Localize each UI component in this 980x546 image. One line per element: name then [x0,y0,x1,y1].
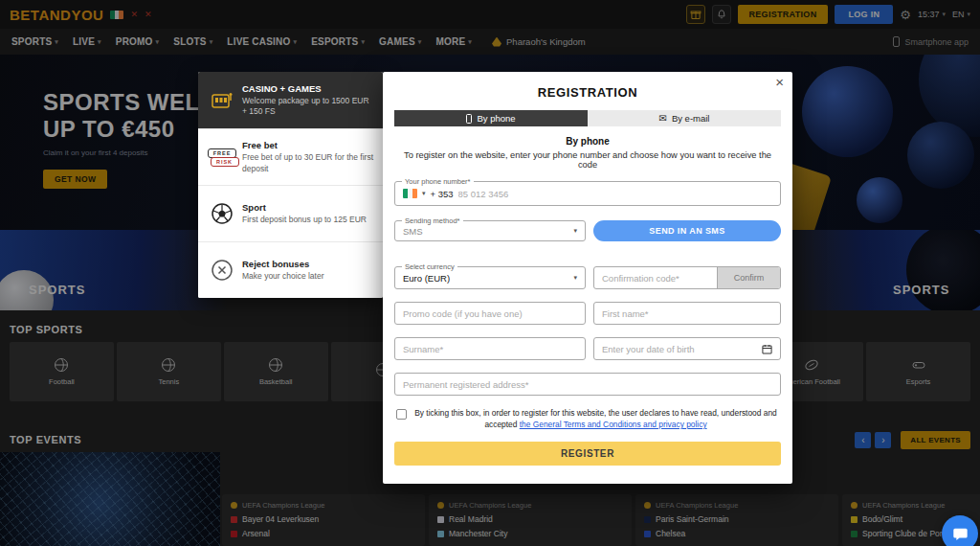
live-chat-button[interactable] [942,515,978,546]
bonus-texts: Sport First deposit bonus up to 125 EUR [242,202,375,225]
surname-input[interactable] [403,338,577,359]
country-code: + 353 [431,189,454,199]
bonus-option-free-bet[interactable]: FREE RISK Free bet Free bet of up to 30 … [198,128,383,185]
calendar-icon[interactable] [762,344,772,354]
registration-tabs: By phone ✉ By e-mail [394,110,781,126]
bonus-description: First deposit bonus up to 125 EUR [242,215,375,225]
modal-title: REGISTRATION [394,85,781,100]
bonus-description: Free bet of up to 30 EUR for the first d… [242,152,375,173]
address-input[interactable] [403,374,772,395]
bonus-option-casino-games[interactable]: CASINO + GAMES Welcome package up to 150… [198,72,383,128]
promo-code-input[interactable] [403,303,577,324]
country-flag-icon[interactable] [403,189,417,198]
bonus-description: Make your choice later [242,271,375,282]
sending-method-select[interactable]: Sending method* SMS ▾ [394,220,586,241]
bonus-description: Welcome package up to 1500 EUR + 150 FS [242,96,375,117]
currency-label: Select currency [402,262,457,271]
sending-method-label: Sending method* [402,216,463,225]
sending-method-value: SMS [403,226,573,237]
bonus-title: Free bet [242,140,375,150]
bonus-option-sport[interactable]: Sport First deposit bonus up to 125 EUR [198,185,383,241]
bonus-option-reject[interactable]: Reject bonuses Make your choice later [198,241,383,298]
sending-method-row: Sending method* SMS ▾ SEND IN AN SMS [394,220,781,241]
surname-field [394,337,586,360]
tab-by-phone[interactable]: By phone [394,110,588,126]
promo-firstname-row [394,302,781,325]
bonus-selection-panel: CASINO + GAMES Welcome package up to 150… [198,72,383,298]
slot-machine-icon [202,88,242,113]
bonus-title: Sport [242,202,375,213]
registration-modal: × REGISTRATION By phone ✉ By e-mail By p… [383,72,792,484]
tab-by-email[interactable]: ✉ By e-mail [588,110,781,126]
confirm-button[interactable]: Confirm [717,267,780,288]
chevron-down-icon: ▾ [573,274,577,282]
bonus-texts: Reject bonuses Make your choice later [242,259,375,282]
address-field [394,373,781,396]
phone-number-label: Your phone number* [402,177,474,186]
phone-icon [466,114,472,124]
page: BETANDYOU ✕ ✕ REGISTRATION LOG IN ⚙ 15:3… [0,0,980,546]
by-phone-heading: By phone [394,136,781,147]
chat-bubble-icon [952,526,969,542]
envelope-icon: ✉ [659,114,667,124]
free-bet-icon: FREE RISK [202,148,242,167]
confirmation-code-input[interactable] [594,267,717,288]
terms-row: By ticking this box, in order to registe… [394,407,781,430]
date-of-birth-field [593,337,781,360]
reject-cross-icon [202,258,242,283]
first-name-input[interactable] [602,303,772,324]
bonus-texts: Free bet Free bet of up to 30 EUR for th… [242,140,375,173]
surname-dob-row [394,337,781,360]
close-icon[interactable]: × [775,75,784,89]
terms-text: By ticking this box, in order to registe… [412,407,779,430]
promo-code-field [394,302,586,325]
bonus-title: Reject bonuses [242,259,375,269]
register-button[interactable]: REGISTER [394,442,781,466]
phone-number-input[interactable] [458,182,772,205]
currency-confirmation-row: Select currency Euro (EUR) ▾ Confirm [394,266,781,289]
phone-number-field[interactable]: Your phone number* ▾ + 353 [394,181,781,206]
send-sms-button[interactable]: SEND IN AN SMS [593,220,781,241]
tab-label: By e-mail [672,113,710,124]
soccer-ball-icon [202,201,242,226]
registration-description: To register on the website, enter your p… [394,150,781,170]
chevron-down-icon[interactable]: ▾ [422,190,426,197]
first-name-field [593,302,781,325]
bonus-title: CASINO + GAMES [242,83,375,94]
risk-note: RISK [211,157,239,167]
currency-select[interactable]: Select currency Euro (EUR) ▾ [394,266,586,289]
terms-link[interactable]: the General Terms and Conditions and pri… [520,420,707,429]
terms-checkbox[interactable] [396,409,407,420]
tab-label: By phone [477,113,515,124]
bonus-texts: CASINO + GAMES Welcome package up to 150… [242,83,375,117]
confirmation-code-group: Confirm [593,266,781,289]
chevron-down-icon: ▾ [573,227,577,235]
currency-value: Euro (EUR) [403,273,573,284]
date-of-birth-input[interactable] [602,338,758,359]
